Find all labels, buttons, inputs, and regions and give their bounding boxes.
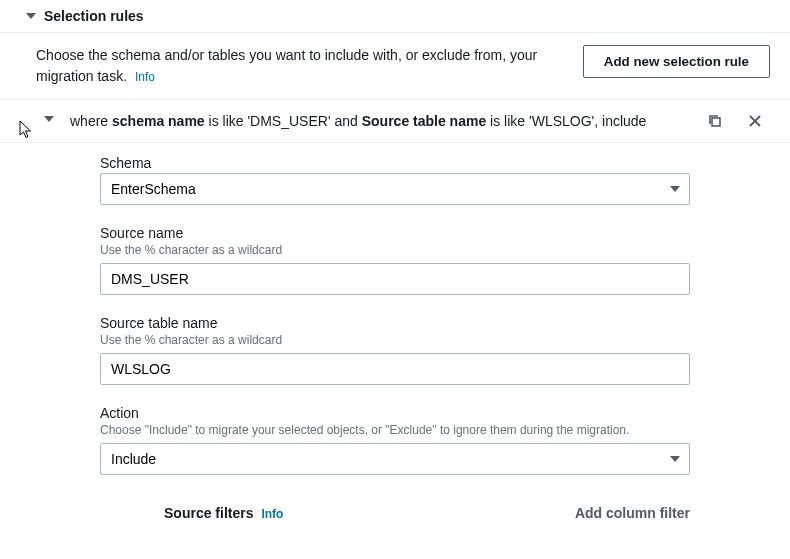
rule-schema-clause: is like 'DMS_USER' and (205, 113, 362, 129)
field-source-name: Source name Use the % character as a wil… (100, 225, 690, 295)
schema-select-wrap (100, 173, 690, 205)
footer-row: Source filters Info Add column filter (0, 495, 790, 527)
info-link[interactable]: Info (261, 507, 283, 521)
source-name-label: Source name (100, 225, 690, 241)
source-name-input[interactable] (100, 263, 690, 295)
action-label: Action (100, 405, 690, 421)
intro-text-content: Choose the schema and/or tables you want… (36, 47, 537, 84)
intro-text: Choose the schema and/or tables you want… (36, 45, 571, 87)
schema-label: Schema (100, 155, 690, 171)
action-select[interactable] (100, 443, 690, 475)
svg-rect-0 (712, 118, 720, 126)
source-table-input[interactable] (100, 353, 690, 385)
rule-summary-row: where schema name is like 'DMS_USER' and… (0, 99, 790, 143)
close-icon[interactable] (746, 112, 764, 130)
schema-select[interactable] (100, 173, 690, 205)
intro-row: Choose the schema and/or tables you want… (0, 33, 790, 99)
source-table-label: Source table name (100, 315, 690, 331)
rule-schema-label: schema name (112, 113, 205, 129)
caret-down-icon[interactable] (44, 116, 54, 122)
source-table-hint: Use the % character as a wildcard (100, 333, 690, 347)
add-selection-rule-button[interactable]: Add new selection rule (583, 45, 770, 78)
field-schema: Schema (100, 155, 690, 205)
field-action: Action Choose "Include" to migrate your … (100, 405, 690, 475)
rule-table-clause: is like 'WLSLOG', include (486, 113, 646, 129)
field-source-table: Source table name Use the % character as… (100, 315, 690, 385)
rule-summary-text: where schema name is like 'DMS_USER' and… (70, 110, 706, 132)
copy-icon[interactable] (706, 112, 724, 130)
source-filters-header: Source filters Info (100, 505, 283, 521)
caret-down-icon (26, 13, 36, 19)
rule-actions (706, 110, 770, 130)
action-hint: Choose "Include" to migrate your selecte… (100, 423, 690, 437)
source-filters-label: Source filters (164, 505, 253, 521)
section-title: Selection rules (44, 8, 144, 24)
rule-table-label: Source table name (362, 113, 487, 129)
info-link[interactable]: Info (135, 70, 155, 84)
rule-prefix: where (70, 113, 112, 129)
action-select-wrap (100, 443, 690, 475)
add-column-filter-button[interactable]: Add column filter (575, 505, 690, 521)
section-header[interactable]: Selection rules (0, 0, 790, 33)
source-name-hint: Use the % character as a wildcard (100, 243, 690, 257)
rule-form: Schema Source name Use the % character a… (0, 143, 790, 475)
